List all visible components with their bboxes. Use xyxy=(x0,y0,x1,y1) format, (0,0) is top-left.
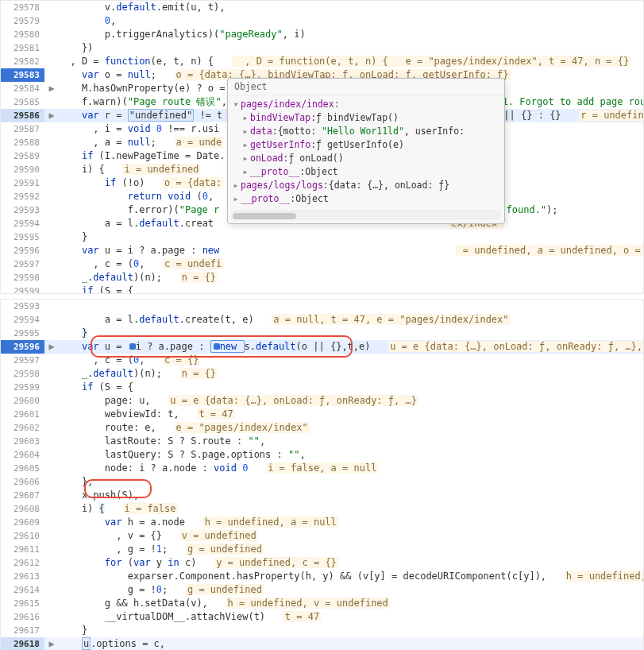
code-pane-1: 29578 v.default.emit(u, t), 29579 0, 295… xyxy=(0,0,644,294)
breakpoint-line[interactable]: 29583 xyxy=(1,68,44,82)
hover-target[interactable]: "undefined" xyxy=(128,109,194,122)
code-area-2[interactable]: 29593 29594 a = l.default.create(t, e) a… xyxy=(1,300,643,650)
tooltip-scrollbar[interactable] xyxy=(231,211,501,220)
exec-arrow-icon: ▶ xyxy=(44,82,59,95)
tooltip-item[interactable]: data: {motto: "Hello Wor11ld", userInfo: xyxy=(228,125,504,138)
tooltip-title: Object xyxy=(228,79,504,96)
code-line: v.default.emit(u, t), xyxy=(59,1,643,14)
tooltip-item[interactable]: __proto__: Object xyxy=(228,192,504,206)
tooltip-item[interactable]: __proto__: Object xyxy=(228,165,504,179)
exec-arrow-icon: ▶ xyxy=(44,340,59,354)
tooltip-section[interactable]: pages/index/index: xyxy=(228,98,504,111)
code-pane-2: 29593 29594 a = l.default.create(t, e) a… xyxy=(0,299,644,650)
tooltip-item[interactable]: getUserInfo: ƒ getUserInfo(e) xyxy=(228,138,504,152)
selection[interactable]: u xyxy=(82,637,91,650)
exec-arrow-icon: ▶ xyxy=(44,109,59,122)
line-number: 29578 xyxy=(1,1,44,14)
debugger-hover-tooltip[interactable]: Object pages/index/index: bindViewTap: ƒ… xyxy=(227,78,505,224)
exec-arrow-icon: ▶ xyxy=(44,637,59,650)
tooltip-item[interactable]: bindViewTap: ƒ bindViewTap() xyxy=(228,111,504,125)
breakpoint-line[interactable]: 29596 xyxy=(1,340,44,354)
tooltip-item[interactable]: onLoad: ƒ onLoad() xyxy=(228,152,504,165)
tooltip-item[interactable]: pages/logs/logs: {data: {…}, onLoad: ƒ} xyxy=(228,179,504,192)
